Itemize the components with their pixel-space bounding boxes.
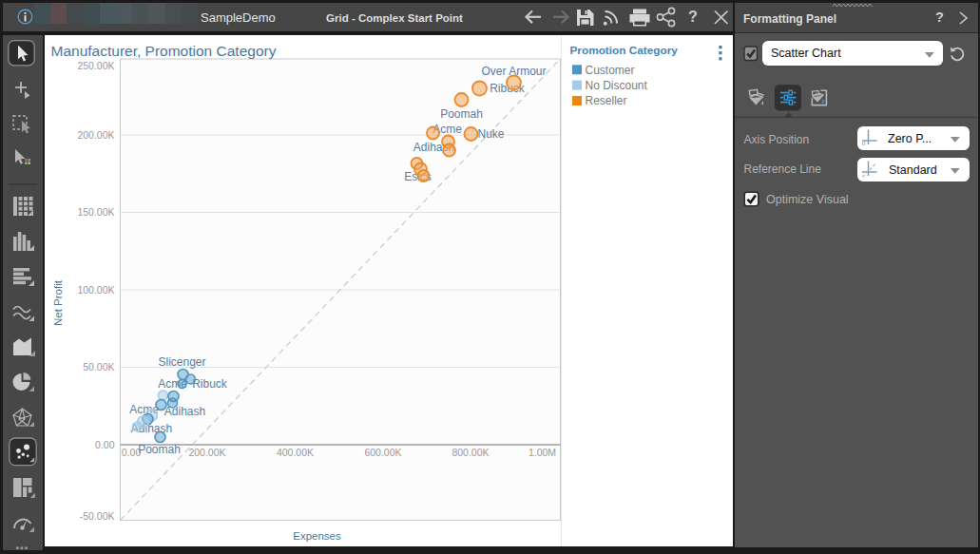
svg-text:-50.00K: -50.00K bbox=[79, 510, 114, 522]
svg-text:Promotion Category: Promotion Category bbox=[569, 44, 678, 57]
svg-text:200.00K: 200.00K bbox=[77, 129, 114, 141]
svg-text:1.00M: 1.00M bbox=[528, 447, 555, 458]
svg-text:Ribuck: Ribuck bbox=[192, 377, 228, 391]
svg-text:600.00K: 600.00K bbox=[364, 447, 401, 458]
svg-text:Poomah: Poomah bbox=[138, 443, 181, 456]
svg-text:Net Profit: Net Profit bbox=[52, 279, 64, 326]
svg-text:100.00K: 100.00K bbox=[77, 284, 114, 296]
svg-text:?: ? bbox=[688, 9, 698, 25]
svg-text:No Discount: No Discount bbox=[585, 79, 647, 92]
svg-text:50.00K: 50.00K bbox=[83, 361, 114, 373]
svg-text:Customer: Customer bbox=[585, 64, 634, 77]
svg-text:800.00K: 800.00K bbox=[452, 447, 489, 458]
svg-text:Slicenger: Slicenger bbox=[158, 355, 205, 369]
svg-text:Expenses: Expenses bbox=[293, 530, 341, 542]
svg-text:400.00K: 400.00K bbox=[276, 447, 313, 458]
svg-text:0.00: 0.00 bbox=[95, 439, 115, 450]
svg-text:Manufacturer, Promotion Catego: Manufacturer, Promotion Category bbox=[50, 43, 276, 59]
svg-text:150.00K: 150.00K bbox=[77, 206, 114, 218]
svg-text:Reseller: Reseller bbox=[585, 94, 626, 107]
svg-text:Poomah: Poomah bbox=[440, 107, 483, 121]
svg-text:250.00K: 250.00K bbox=[77, 60, 114, 71]
svg-text:Nuke: Nuke bbox=[477, 127, 504, 141]
svg-text:200.00K: 200.00K bbox=[188, 447, 225, 458]
